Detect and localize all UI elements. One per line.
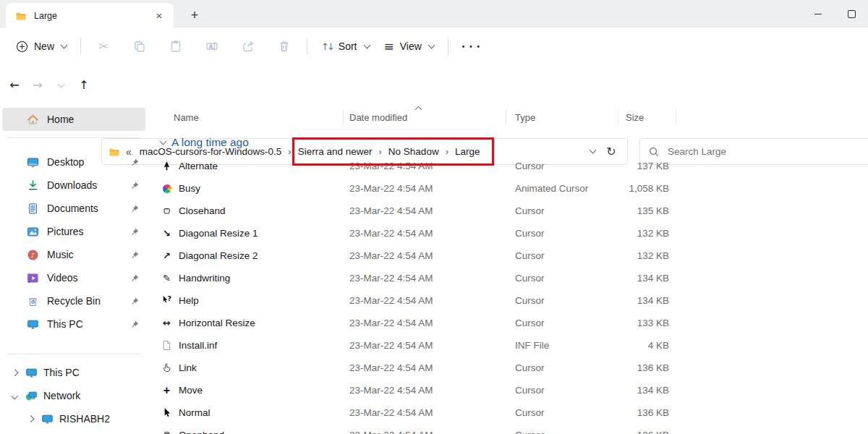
sidebar-item-rishabh2[interactable]: RISHABH2: [2, 407, 145, 430]
file-type: Cursor: [506, 250, 618, 261]
sidebar-item-recycle-bin[interactable]: ♻ Recycle Bin: [2, 289, 145, 312]
chevron-down-icon: [427, 41, 435, 48]
file-row[interactable]: ✎ Handwriting 23-Mar-22 4:54 AM Cursor 1…: [152, 267, 868, 289]
forward-button[interactable]: →: [27, 72, 48, 97]
file-row[interactable]: Alternate 23-Mar-22 4:54 AM Cursor 137 K…: [152, 155, 868, 177]
hand-open-icon: [161, 430, 172, 434]
file-rows: Alternate 23-Mar-22 4:54 AM Cursor 137 K…: [152, 155, 868, 434]
new-button[interactable]: New: [9, 33, 74, 59]
column-header-size[interactable]: Size: [618, 109, 676, 125]
downloads-icon: [27, 179, 39, 192]
file-type: Cursor: [506, 407, 618, 418]
file-name-cell: Alternate: [161, 160, 344, 172]
sort-button[interactable]: ↑↓ Sort: [314, 33, 377, 59]
address-row: ← → ↑ « macOS-cursors-for-Windows-0.5›Si…: [0, 65, 868, 105]
ellipsis-icon: • • •: [462, 43, 481, 51]
file-type: Cursor: [506, 385, 618, 396]
tree-items-group: This PC Network RISHABH2: [0, 361, 148, 430]
file-name-cell: Normal: [161, 407, 344, 419]
file-icon: [161, 340, 172, 351]
file-row[interactable]: Busy 23-Mar-22 4:54 AM Animated Cursor 1…: [152, 177, 868, 200]
file-size: 134 KB: [618, 295, 676, 306]
file-type: Cursor: [506, 205, 618, 216]
file-row[interactable]: Closehand 23-Mar-22 4:54 AM Cursor 135 K…: [152, 200, 868, 222]
network-icon: [25, 390, 38, 402]
file-size: 137 KB: [618, 161, 676, 171]
svg-text:A: A: [209, 43, 213, 50]
plus-circle-icon: [16, 41, 28, 53]
chevron-down-icon: [363, 41, 370, 48]
arrow-se-icon: ↘: [163, 228, 171, 239]
file-size: 132 KB: [618, 250, 676, 261]
copy-button[interactable]: [124, 33, 156, 59]
sidebar-item-network[interactable]: Network: [2, 384, 145, 407]
file-row[interactable]: ↗ Diagonal Resize 2 23-Mar-22 4:54 AM Cu…: [152, 244, 868, 267]
file-name-cell: + Move: [161, 384, 344, 396]
sidebar-item-pictures[interactable]: Pictures: [2, 220, 145, 243]
file-row[interactable]: Link 23-Mar-22 4:54 AM Cursor 136 KB: [152, 357, 868, 379]
toolbar-divider: [448, 38, 448, 55]
cut-button[interactable]: ✂: [88, 33, 119, 59]
file-row[interactable]: Normal 23-Mar-22 4:54 AM Cursor 136 KB: [152, 401, 868, 424]
sidebar-item-label: RISHABH2: [59, 413, 140, 425]
sidebar-item-downloads[interactable]: Downloads: [2, 174, 145, 197]
view-list-icon: ≡: [384, 39, 394, 54]
view-button[interactable]: ≡ View: [377, 33, 441, 59]
sidebar-item-documents[interactable]: Documents: [2, 197, 145, 220]
explorer-tab[interactable]: Large ×: [6, 3, 174, 28]
file-name-cell: Closehand: [161, 205, 344, 217]
maximize-button[interactable]: [835, 0, 868, 27]
file-size: 134 KB: [618, 273, 676, 284]
column-header-name[interactable]: Name: [161, 109, 344, 125]
tab-bar: Large × +: [0, 0, 868, 27]
sidebar-item-label: Recycle Bin: [47, 295, 122, 307]
window-controls: [801, 0, 868, 27]
arrow-icon: [161, 407, 172, 418]
tab-close-icon[interactable]: ×: [150, 7, 168, 25]
group-header[interactable]: A long time ago: [152, 129, 868, 155]
delete-button[interactable]: [268, 33, 300, 59]
chevron-right-icon[interactable]: [25, 417, 35, 422]
recent-locations-button[interactable]: [51, 72, 71, 97]
file-row[interactable]: Install.inf 23-Mar-22 4:54 AM INF File 4…: [152, 334, 868, 357]
file-row[interactable]: ↘ Diagonal Resize 1 23-Mar-22 4:54 AM Cu…: [152, 222, 868, 244]
file-size: 4 KB: [618, 340, 676, 351]
hand-closed-icon: [161, 205, 172, 216]
sidebar-item-label: Network: [43, 390, 140, 401]
chevron-down-icon[interactable]: [9, 393, 20, 399]
column-header-type[interactable]: Type: [506, 109, 618, 125]
file-row[interactable]: Openhand 23-Mar-22 4:54 AM Cursor 136 KB: [152, 424, 868, 434]
sidebar-item-desktop[interactable]: Desktop: [2, 150, 145, 174]
rename-button[interactable]: A: [196, 33, 228, 59]
minimize-button[interactable]: [801, 0, 835, 27]
sidebar-item-videos[interactable]: Videos: [2, 266, 145, 289]
back-button[interactable]: ←: [4, 72, 25, 97]
chevron-right-icon[interactable]: [9, 370, 20, 375]
share-button[interactable]: [232, 33, 264, 59]
up-button[interactable]: ↑: [74, 72, 94, 97]
more-options-button[interactable]: • • •: [455, 33, 488, 59]
file-date: 23-Mar-22 4:54 AM: [344, 362, 506, 373]
svg-text:♻: ♻: [30, 299, 35, 305]
file-name: Handwriting: [179, 273, 230, 284]
sidebar-item-label: Documents: [47, 203, 122, 214]
sidebar-item-music[interactable]: ♪ Music: [2, 243, 145, 266]
pin-icon: [130, 204, 140, 213]
sidebar-item-label: Pictures: [47, 226, 122, 237]
file-row[interactable]: ? Help 23-Mar-22 4:54 AM Cursor 134 KB: [152, 289, 868, 312]
file-name: Link: [179, 362, 197, 373]
pc-icon: [41, 413, 54, 425]
file-row[interactable]: + Move 23-Mar-22 4:54 AM Cursor 134 KB: [152, 379, 868, 401]
paste-button[interactable]: [160, 33, 192, 59]
file-row[interactable]: ↔ Horizontal Resize 23-Mar-22 4:54 AM Cu…: [152, 312, 868, 334]
file-type: Cursor: [506, 362, 618, 373]
sidebar-item-this-pc[interactable]: This PC: [2, 361, 145, 384]
sort-icon: ↑↓: [321, 41, 333, 52]
sidebar-item-home[interactable]: Home: [2, 108, 145, 131]
column-header-date-modified[interactable]: Date modified: [344, 109, 506, 125]
sidebar-divider: [7, 354, 140, 354]
pinned-items-group: Desktop Downloads Documents Pictures ♪ M…: [0, 150, 148, 336]
sidebar-item-this-pc[interactable]: This PC: [2, 312, 145, 336]
new-tab-button[interactable]: +: [185, 6, 204, 25]
file-type: Cursor: [506, 318, 618, 328]
